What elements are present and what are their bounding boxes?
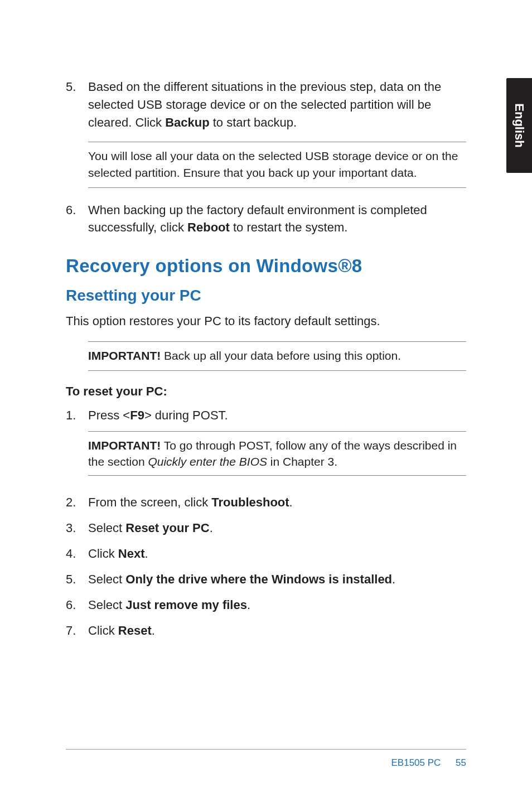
- list-item: 2. From the screen, click Troubleshoot.: [66, 494, 466, 511]
- list-item: 7. Click Reset.: [66, 622, 466, 640]
- footer-model: EB1505 PC: [391, 757, 441, 768]
- list-number: 5.: [66, 571, 88, 588]
- list-number: 5.: [66, 78, 88, 132]
- intro-text: This option restores your PC to its fact…: [66, 312, 466, 330]
- list-body: Select Just remove my files.: [88, 596, 466, 614]
- page-content: 5. Based on the different situations in …: [0, 0, 532, 640]
- language-tab: English: [506, 78, 532, 173]
- list-body: Select Only the drive where the Windows …: [88, 571, 466, 588]
- section-heading: Recovery options on Windows®8: [66, 255, 466, 277]
- list-item: 6. Select Just remove my files.: [66, 596, 466, 614]
- list-body: Based on the different situations in the…: [88, 78, 466, 132]
- list-body: Click Reset.: [88, 622, 466, 640]
- language-label: English: [512, 103, 526, 147]
- list-item: 3. Select Reset your PC.: [66, 519, 466, 537]
- reset-steps-list: 1. Press <F9> during POST. IMPORTANT! To…: [66, 407, 466, 640]
- list-number: 7.: [66, 622, 88, 640]
- note-warning: You will lose all your data on the selec…: [88, 142, 466, 188]
- list-item: 1. Press <F9> during POST. IMPORTANT! To…: [66, 407, 466, 486]
- important-label: IMPORTANT!: [88, 349, 161, 362]
- list-body: Click Next.: [88, 545, 466, 563]
- footer-page-number: 55: [456, 757, 466, 768]
- important-note-inline: IMPORTANT! To go through POST, follow an…: [88, 431, 466, 476]
- list-item: 4. Click Next.: [66, 545, 466, 563]
- reset-steps-heading: To reset your PC:: [66, 384, 466, 399]
- list-number: 2.: [66, 494, 88, 511]
- list-number: 4.: [66, 545, 88, 563]
- list-item: 6. When backing up the factory default e…: [66, 201, 466, 237]
- list-item: 5. Based on the different situations in …: [66, 78, 466, 132]
- page-footer: EB1505 PC 55: [66, 749, 466, 769]
- subsection-heading: Resetting your PC: [66, 287, 466, 305]
- important-note: IMPORTANT! Back up all your data before …: [88, 341, 466, 370]
- list-body: Select Reset your PC.: [88, 519, 466, 537]
- list-number: 3.: [66, 519, 88, 537]
- list-body: When backing up the factory default envi…: [88, 201, 466, 237]
- list-body: From the screen, click Troubleshoot.: [88, 494, 466, 511]
- list-body: Press <F9> during POST. IMPORTANT! To go…: [88, 407, 466, 486]
- list-number: 6.: [66, 596, 88, 614]
- list-number: 6.: [66, 201, 88, 237]
- list-item: 5. Select Only the drive where the Windo…: [66, 571, 466, 588]
- important-label: IMPORTANT!: [88, 439, 161, 452]
- list-number: 1.: [66, 407, 88, 486]
